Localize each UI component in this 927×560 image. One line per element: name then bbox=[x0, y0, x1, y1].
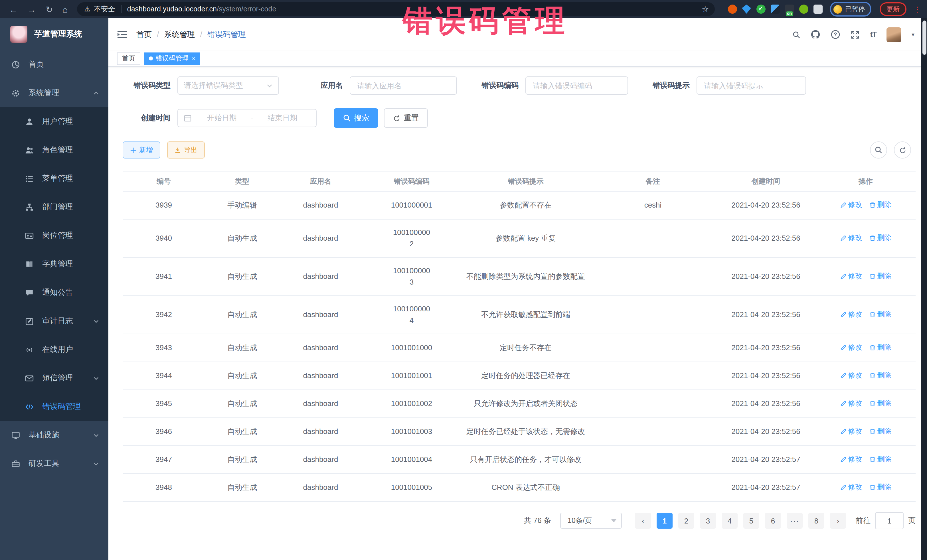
add-button[interactable]: 新增 bbox=[123, 141, 160, 159]
browser-nav-buttons: ← → ↻ ⌂ bbox=[9, 5, 68, 14]
sidebar-item-1[interactable]: 系统管理 bbox=[0, 79, 108, 107]
edit-link[interactable]: 修改 bbox=[840, 482, 862, 493]
delete-link[interactable]: 删除 bbox=[869, 232, 891, 244]
page-button-6[interactable]: 6 bbox=[765, 513, 781, 529]
page-size-select[interactable]: 10条/页 bbox=[560, 513, 622, 529]
hide-search-button[interactable] bbox=[870, 141, 887, 159]
edit-link[interactable]: 修改 bbox=[840, 426, 862, 437]
delete-link[interactable]: 删除 bbox=[869, 454, 891, 465]
filter-input-3[interactable] bbox=[696, 76, 806, 95]
page-button-3[interactable]: 3 bbox=[700, 513, 716, 529]
ext-puzzle-icon[interactable] bbox=[813, 5, 822, 14]
page-button-1[interactable]: 1 bbox=[656, 513, 673, 529]
edit-link[interactable]: 修改 bbox=[840, 342, 862, 353]
delete-link[interactable]: 删除 bbox=[869, 309, 891, 320]
date-range-picker[interactable]: 开始日期 - 结束日期 bbox=[178, 109, 317, 127]
delete-link[interactable]: 删除 bbox=[869, 270, 891, 282]
tab-0[interactable]: 首页 bbox=[117, 52, 140, 65]
breadcrumb-item-0[interactable]: 首页 bbox=[136, 29, 152, 39]
edit-link[interactable]: 修改 bbox=[840, 454, 862, 465]
search-icon[interactable] bbox=[792, 30, 800, 38]
fullscreen-icon[interactable] bbox=[851, 30, 860, 39]
sidebar-item-0[interactable]: 首页 bbox=[0, 50, 108, 79]
delete-link[interactable]: 删除 bbox=[869, 482, 891, 493]
scrollbar-thumb[interactable] bbox=[922, 21, 926, 55]
ext-key-icon[interactable] bbox=[799, 5, 808, 14]
prev-page-button[interactable]: ‹ bbox=[635, 513, 651, 529]
page-button-4[interactable]: 4 bbox=[722, 513, 738, 529]
page-ellipsis[interactable]: ··· bbox=[787, 513, 802, 529]
delete-link[interactable]: 删除 bbox=[869, 398, 891, 409]
ext-onbadge-icon[interactable] bbox=[785, 5, 794, 14]
tab-close-icon[interactable]: × bbox=[192, 56, 195, 61]
page-button-8[interactable]: 8 bbox=[808, 513, 824, 529]
ext-orange-icon[interactable] bbox=[728, 5, 737, 14]
cell-id: 3941 bbox=[123, 258, 205, 296]
browser-scrollbar[interactable] bbox=[921, 18, 927, 560]
home-icon[interactable]: ⌂ bbox=[62, 5, 68, 14]
sidebar-item-2[interactable]: 用户管理 bbox=[0, 107, 108, 136]
sidebar-item-13[interactable]: 基础设施 bbox=[0, 421, 108, 449]
browser-menu-icon[interactable]: ⋮ bbox=[914, 5, 921, 14]
sidebar-item-8[interactable]: 通知公告 bbox=[0, 278, 108, 307]
sidebar-item-10[interactable]: 在线用户 bbox=[0, 335, 108, 364]
user-avatar[interactable] bbox=[886, 27, 901, 42]
avatar-caret-icon[interactable]: ▾ bbox=[912, 31, 915, 38]
browser-update-button[interactable]: 更新 bbox=[880, 2, 906, 16]
reload-icon[interactable]: ↻ bbox=[46, 5, 53, 14]
breadcrumb-item-1[interactable]: 系统管理 bbox=[164, 29, 195, 39]
edit-link[interactable]: 修改 bbox=[840, 309, 862, 320]
date-start-placeholder[interactable]: 开始日期 bbox=[194, 113, 250, 123]
sidebar-item-6[interactable]: 岗位管理 bbox=[0, 221, 108, 250]
ext-gem-icon[interactable] bbox=[742, 5, 751, 14]
next-page-button[interactable]: › bbox=[830, 513, 846, 529]
sidebar-item-4[interactable]: 菜单管理 bbox=[0, 164, 108, 193]
edit-link[interactable]: 修改 bbox=[840, 398, 862, 409]
page-button-2[interactable]: 2 bbox=[678, 513, 694, 529]
filter-input-2[interactable] bbox=[526, 76, 628, 95]
sidebar-item-12[interactable]: 错误码管理 bbox=[0, 392, 108, 421]
sidebar-item-5[interactable]: 部门管理 bbox=[0, 193, 108, 221]
tab-1[interactable]: 错误码管理× bbox=[144, 52, 201, 65]
delete-link[interactable]: 删除 bbox=[869, 370, 891, 381]
export-button[interactable]: 导出 bbox=[167, 141, 205, 159]
search-button[interactable]: 搜索 bbox=[334, 108, 378, 128]
edit-link[interactable]: 修改 bbox=[840, 270, 862, 282]
sidebar-item-3[interactable]: 角色管理 bbox=[0, 136, 108, 164]
back-icon[interactable]: ← bbox=[9, 5, 18, 14]
goto-page-input[interactable] bbox=[875, 512, 904, 529]
refresh-button[interactable] bbox=[894, 141, 911, 159]
edit-link[interactable]: 修改 bbox=[840, 370, 862, 381]
ext-grid-icon[interactable] bbox=[770, 5, 780, 14]
delete-link[interactable]: 删除 bbox=[869, 199, 891, 211]
sidebar-item-14[interactable]: 研发工具 bbox=[0, 449, 108, 478]
font-size-icon[interactable]: tT bbox=[870, 30, 876, 39]
edit-link-label: 修改 bbox=[848, 270, 862, 282]
address-bar[interactable]: ⚠ 不安全 dashboard.yudao.iocoder.cn /system… bbox=[77, 2, 714, 16]
breadcrumb-item-2[interactable]: 错误码管理 bbox=[207, 29, 246, 39]
ext-shield-icon[interactable] bbox=[756, 5, 765, 14]
delete-link[interactable]: 删除 bbox=[869, 426, 891, 437]
date-end-placeholder[interactable]: 结束日期 bbox=[254, 113, 310, 123]
sidebar-menu: 首页系统管理用户管理角色管理菜单管理部门管理岗位管理字典管理通知公告审计日志在线… bbox=[0, 50, 108, 478]
security-label[interactable]: 不安全 bbox=[94, 4, 115, 14]
forward-icon[interactable]: → bbox=[27, 5, 36, 14]
sidebar-item-7[interactable]: 字典管理 bbox=[0, 250, 108, 278]
browser-profile-chip[interactable]: 已暂停 bbox=[830, 2, 871, 17]
sidebar-fold-icon[interactable] bbox=[117, 30, 127, 39]
bookmark-star-icon[interactable]: ☆ bbox=[702, 5, 709, 14]
page-button-5[interactable]: 5 bbox=[743, 513, 759, 529]
help-icon[interactable]: ? bbox=[831, 30, 840, 39]
app-logo-row[interactable]: 芋道管理系统 bbox=[0, 18, 108, 50]
cell-id: 3940 bbox=[123, 219, 205, 258]
delete-link[interactable]: 删除 bbox=[869, 342, 891, 353]
reset-button[interactable]: 重置 bbox=[384, 108, 428, 128]
sidebar-item-11[interactable]: 短信管理 bbox=[0, 364, 108, 392]
github-icon[interactable] bbox=[811, 30, 820, 39]
edit-link[interactable]: 修改 bbox=[840, 199, 862, 211]
error-type-select[interactable]: 请选择错误码类型 bbox=[178, 76, 279, 95]
cell-memo bbox=[590, 219, 716, 258]
sidebar-item-9[interactable]: 审计日志 bbox=[0, 307, 108, 335]
filter-input-1[interactable] bbox=[350, 76, 457, 95]
edit-link[interactable]: 修改 bbox=[840, 232, 862, 244]
